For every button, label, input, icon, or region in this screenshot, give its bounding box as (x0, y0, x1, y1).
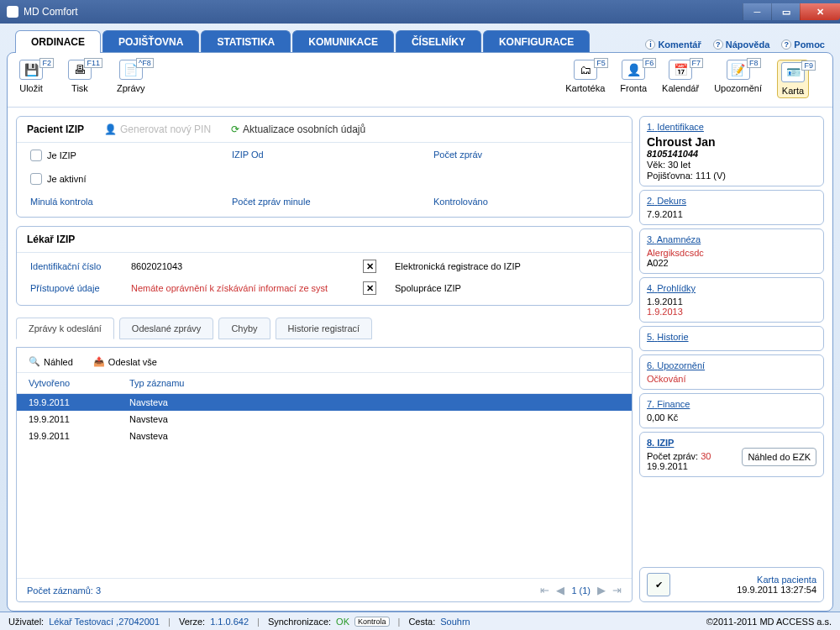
side-historie[interactable]: 5. Historie (639, 326, 824, 351)
napoveda-link[interactable]: ?Nápověda (713, 39, 770, 50)
window-title: MD Comfort (24, 6, 78, 18)
nahled-ezk-button[interactable]: Náhled do EZK (742, 448, 816, 466)
side-upozorneni[interactable]: 6. Upozornění Očkování (639, 354, 824, 390)
tab-ciselniky[interactable]: ČÍSELNÍKY (396, 30, 481, 53)
copyright: ©2011-2011 MD ACCESS a.s. (706, 617, 832, 627)
patient-rc: 8105141044 (647, 149, 816, 159)
subtab-odeslani[interactable]: Zprávy k odeslání (16, 318, 114, 339)
kontrola-button[interactable]: Kontrola (354, 617, 390, 627)
user-icon: 👤 (104, 123, 117, 135)
side-dekurs[interactable]: 2. Dekurs 7.9.2011 (639, 190, 824, 225)
pager-label: 1 (1) (571, 585, 591, 596)
help-links: iKomentář ?Nápověda ?Pomoc (645, 36, 833, 53)
record-count: Počet záznamů: 3 (27, 585, 101, 596)
status-user[interactable]: Lékař Testovací ,27042001 (49, 617, 160, 627)
save-button[interactable]: 💾F2 Uložit (19, 60, 43, 93)
document-check-icon: ✔ (647, 573, 670, 596)
subtabs: Zprávy k odeslání Odeslané zprávy Chyby … (16, 318, 633, 339)
messages-button[interactable]: 📄^F8 Zprávy (117, 60, 145, 93)
main-tabs: ORDINACE POJIŠŤOVNA STATISTIKA KOMUNIKAC… (7, 30, 591, 53)
pomoc-link[interactable]: ?Pomoc (781, 39, 825, 50)
timestamp: 19.9.2011 13:27:54 (737, 585, 816, 595)
pristup-label: Přístupové údaje (30, 283, 123, 293)
patient-name: Chroust Jan (647, 135, 816, 149)
statusbar: Uživatel: Lékař Testovací ,27042001 | Ve… (0, 612, 840, 630)
pager-first-icon[interactable]: ⇤ (540, 584, 549, 596)
odeslat-vse-button[interactable]: 📤Odeslat vše (93, 356, 157, 367)
pacient-panel: Pacient IZIP 👤Generovat nový PIN ⟳Aktual… (16, 116, 633, 218)
kartoteka-button[interactable]: 🗂F5 Kartotéka (565, 60, 605, 98)
tab-statistika[interactable]: STATISTIKA (201, 30, 291, 53)
app-window: MD Comfort ─ ▭ ✕ ORDINACE POJIŠŤOVNA STA… (0, 0, 840, 630)
lekar-title: Lékař IZIP (27, 234, 75, 245)
print-button[interactable]: 🖶F11 Tisk (68, 60, 92, 93)
status-cesta[interactable]: Souhrn (440, 617, 470, 627)
status-sync: OK (336, 617, 349, 627)
close-button[interactable]: ✕ (800, 3, 840, 20)
document-icon: 📄^F8 (119, 60, 143, 80)
subtab-chyby[interactable]: Chyby (218, 318, 270, 339)
pager-prev-icon[interactable]: ◀ (556, 584, 564, 596)
karta-pacienta-link[interactable]: Karta pacienta (737, 575, 816, 585)
tab-komunikace[interactable]: KOMUNIKACE (292, 30, 394, 53)
table-row[interactable]: 19.9.2011Navsteva (17, 394, 632, 411)
col-vytvoreno[interactable]: Vytvořeno (29, 378, 129, 388)
id-value: 8602021043 (131, 261, 354, 271)
help-icon: ? (713, 39, 723, 50)
subtab-historie[interactable]: Historie registrací (276, 318, 373, 339)
app-icon (7, 6, 18, 18)
minimize-button[interactable]: ─ (743, 3, 771, 20)
info-icon: i (645, 39, 655, 50)
je-aktivni-checkbox[interactable]: Je aktivní (30, 173, 215, 185)
refresh-icon: ⟳ (231, 123, 239, 135)
spoluprace-checkbox[interactable]: ✕ (363, 281, 376, 295)
kalendar-button[interactable]: 📅F7 Kalendář (662, 60, 699, 98)
side-izip[interactable]: 8. IZIP Náhled do EZK Počet zpráv: 30 19… (639, 432, 824, 477)
pristup-value: Nemáte oprávnění k získávání informací z… (131, 283, 354, 293)
folder-icon: 🗂F5 (574, 60, 597, 80)
nahled-button[interactable]: 🔍Náhled (29, 356, 73, 367)
calendar-icon: 📅F7 (669, 60, 692, 80)
side-identifikace[interactable]: 1. Identifikace Chroust Jan 8105141044 V… (639, 116, 824, 186)
side-prohlidky[interactable]: 4. Prohlídky 1.9.2011 1.9.2013 (639, 277, 824, 323)
send-icon: 📤 (93, 356, 105, 367)
ereg-checkbox[interactable]: ✕ (363, 260, 376, 273)
list-panel: 🔍Náhled 📤Odeslat vše Vytvořeno Typ zázna… (16, 347, 633, 602)
generate-pin-link[interactable]: 👤Generovat nový PIN (104, 123, 211, 135)
aktualizace-link[interactable]: ⟳Aktualizace osobních údajů (231, 123, 365, 135)
izip-od-label: IZIP Od (232, 150, 417, 161)
status-version: 1.1.0.642 (210, 617, 249, 627)
patient-age: Věk: 30 let (647, 160, 816, 170)
card-icon: 🪪F9 (781, 62, 805, 82)
maximize-button[interactable]: ▭ (771, 3, 800, 20)
komentar-link[interactable]: iKomentář (645, 39, 701, 50)
pager-next-icon[interactable]: ▶ (597, 584, 606, 596)
note-icon: 📝F8 (727, 60, 750, 80)
kontrolovano-label: Kontrolováno (433, 197, 618, 207)
pager-last-icon[interactable]: ⇥ (612, 584, 622, 596)
minula-kontrola-label: Minulá kontrola (30, 197, 215, 207)
tab-pojistovna[interactable]: POJIŠŤOVNA (102, 30, 199, 53)
table-row[interactable]: 19.9.2011Navsteva (17, 428, 632, 444)
tab-ordinace[interactable]: ORDINACE (15, 30, 101, 53)
karta-button[interactable]: 🪪F9 Karta (777, 60, 809, 98)
je-izip-checkbox[interactable]: Je IZIP (30, 150, 215, 161)
spoluprace-label: Spolupráce IZIP (395, 283, 618, 293)
table-row[interactable]: 19.9.2011Navsteva (17, 411, 632, 428)
subtab-odeslane[interactable]: Odeslané zprávy (119, 318, 214, 339)
side-footer: ✔ Karta pacienta 19.9.2011 13:27:54 (639, 567, 824, 602)
upozorneni-button[interactable]: 📝F8 Upozornění (714, 60, 762, 98)
tab-konfigurace[interactable]: KONFIGURACE (483, 30, 590, 53)
pocet-zprav-label: Počet zpráv (433, 150, 618, 161)
side-anamneza[interactable]: 3. Anamnéza Alergiksdcsdc A022 (639, 228, 824, 274)
ereg-label: Elektronická registrace do IZIP (395, 261, 618, 271)
lekar-panel: Lékař IZIP Identifikační číslo 860202104… (16, 226, 633, 306)
side-finance[interactable]: 7. Finance 0,00 Kč (639, 393, 824, 428)
col-typ[interactable]: Typ záznamu (129, 378, 620, 388)
titlebar: MD Comfort ─ ▭ ✕ (0, 0, 840, 24)
printer-icon: 🖶F11 (68, 60, 92, 80)
person-icon: 👤F6 (622, 60, 645, 80)
fronta-button[interactable]: 👤F6 Fronta (620, 60, 647, 98)
id-label: Identifikační číslo (30, 261, 123, 271)
save-icon: 💾F2 (19, 60, 43, 80)
